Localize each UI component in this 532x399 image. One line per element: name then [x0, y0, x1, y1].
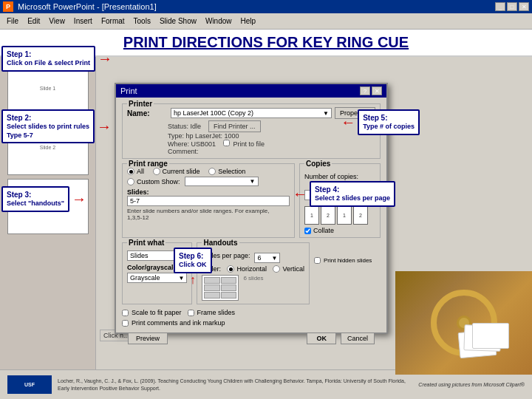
- color-value: Grayscale: [130, 274, 160, 282]
- step1-desc: Click on File & select Print: [7, 59, 90, 68]
- menu-bar: File Edit View Insert Format Tools Slide…: [0, 13, 532, 30]
- step4-label: Step 4:: [315, 185, 390, 194]
- page-icon-4: 2: [353, 206, 368, 225]
- menu-slideshow[interactable]: Slide Show: [156, 16, 200, 26]
- collate-label: Collate: [313, 227, 334, 234]
- slides-label-text: Slides:: [127, 188, 149, 196]
- menu-help[interactable]: Help: [237, 16, 260, 26]
- page-icon-1: 1: [304, 206, 319, 225]
- comments-item: Print comments and ink markup: [122, 319, 225, 327]
- handouts-label: Handouts: [202, 239, 239, 247]
- card-stack: [459, 331, 517, 360]
- cancel-btn[interactable]: Cancel: [341, 332, 375, 344]
- frame-checkbox[interactable]: [188, 310, 194, 316]
- selection-radio[interactable]: [208, 168, 216, 175]
- current-slide-label: Current slide: [163, 168, 200, 175]
- menu-view[interactable]: View: [45, 16, 69, 26]
- step6-arrow: ↑: [190, 273, 196, 287]
- step4-desc: Select 2 slides per page: [315, 194, 390, 203]
- handout-cell: [221, 277, 237, 284]
- hidden-slides-item: Print hidden slides: [314, 257, 381, 264]
- step5-desc: Type # of copies: [363, 123, 415, 132]
- step2-arrow: →: [97, 118, 112, 135]
- footer-citation: Locher, R., Vaughn, C. J., & Fox, L. (20…: [58, 378, 418, 391]
- title-bar: P Microsoft PowerPoint - [Presentation1]…: [0, 0, 532, 13]
- horizontal-radio[interactable]: [227, 265, 234, 273]
- where-label: Where:: [168, 140, 189, 148]
- maximize-btn[interactable]: □: [507, 2, 517, 11]
- step4-box: Step 4: Select 2 slides per page: [310, 181, 395, 207]
- frame-item: Frame slides: [188, 309, 236, 316]
- step3-arrow: →: [72, 191, 86, 208]
- comments-checkbox[interactable]: [122, 320, 129, 327]
- step1-arrow: →: [98, 50, 112, 67]
- ppt-icon: P: [3, 1, 13, 12]
- frame-label: Frame slides: [197, 309, 236, 316]
- scale-item: Scale to fit paper: [122, 309, 182, 316]
- step5-box: Step 5: Type # of copies: [358, 109, 420, 135]
- all-label: All: [137, 168, 144, 175]
- slides-per-page-value: 6: [257, 254, 261, 262]
- custom-show-radio[interactable]: [127, 178, 134, 185]
- printer-where-row: Where: USB001 Print to file: [168, 140, 375, 148]
- print-what-label: Print what: [127, 239, 166, 247]
- key-ring-photo: [395, 271, 532, 375]
- scale-checkbox[interactable]: [122, 310, 129, 316]
- slides-per-page-select[interactable]: 6 ▼: [254, 253, 280, 263]
- content-area: Slide 1 Slide 2 Slide 3 Print ? ✕: [0, 57, 532, 375]
- type-value: hp LaserJet: 1000: [186, 132, 239, 140]
- handout-cell: [221, 292, 237, 299]
- menu-file[interactable]: File: [3, 16, 22, 26]
- ok-btn[interactable]: OK: [307, 332, 336, 344]
- menu-format[interactable]: Format: [98, 16, 129, 26]
- page-icon-2: 2: [321, 206, 335, 225]
- find-printer-btn[interactable]: Find Printer ...: [208, 120, 261, 132]
- scale-label: Scale to fit paper: [132, 309, 182, 316]
- title-controls[interactable]: _ □ ✕: [495, 2, 529, 11]
- slides-label: Slides:: [127, 188, 290, 196]
- all-radio[interactable]: [127, 168, 134, 175]
- comment-label: Comment:: [168, 148, 199, 155]
- printer-name-value: hp LaserJet 100C (Copy 2): [174, 109, 253, 117]
- preview-btn[interactable]: Preview: [128, 332, 168, 344]
- step5-arrow: ←: [341, 114, 355, 131]
- step6-box: Step 6: Click OK: [174, 248, 212, 273]
- page-icon-3: 1: [337, 206, 352, 225]
- menu-insert[interactable]: Insert: [70, 16, 96, 26]
- order-row: Order: Horizontal Vertical: [202, 265, 304, 273]
- hidden-slides-checkbox[interactable]: [314, 257, 321, 264]
- step2-desc: Select slides to print rules Type 5-7: [7, 123, 89, 140]
- ppt-window: P Microsoft PowerPoint - [Presentation1]…: [0, 0, 532, 399]
- dialog-body: Printer Name: hp LaserJet 100C (Copy 2) …: [116, 98, 386, 353]
- step3-label: Step 3:: [7, 190, 64, 200]
- handouts-section: Handouts Slides per page: 6 ▼ Order:: [197, 242, 310, 304]
- status-label: Status:: [168, 123, 188, 130]
- step5-label: Step 5:: [363, 113, 415, 123]
- menu-window[interactable]: Window: [202, 16, 236, 26]
- custom-show-select[interactable]: ▼: [185, 177, 259, 186]
- step3-desc: Select "handouts": [7, 200, 64, 208]
- step1-box: Step 1: Click on File & select Print: [1, 46, 95, 72]
- dialog-help-btn[interactable]: ?: [360, 86, 370, 95]
- dialog-close-btn[interactable]: ✕: [372, 86, 382, 95]
- minimize-btn[interactable]: _: [495, 2, 505, 11]
- step3-container: Step 3: Select "handouts" →: [1, 186, 86, 212]
- card-3: [472, 323, 509, 349]
- footer-copyright: Created using pictures from Microsoft Cl…: [418, 382, 525, 387]
- slides-range-input[interactable]: [127, 196, 290, 206]
- slide-panel: Slide 1 Slide 2 Slide 3: [0, 57, 96, 375]
- menu-edit[interactable]: Edit: [24, 16, 44, 26]
- print-what-row: Print what Slides ▼ Color/grayscale: Gra…: [122, 242, 381, 304]
- dialog-title-bar: Print ? ✕: [116, 84, 386, 98]
- menu-tools[interactable]: Tools: [130, 16, 154, 26]
- handout-note: 6 slides: [243, 275, 263, 301]
- collate-preview: 1 2 1 2: [304, 206, 375, 225]
- current-slide-radio[interactable]: [153, 168, 160, 175]
- print-to-file-checkbox[interactable]: [223, 140, 230, 146]
- printer-select[interactable]: hp LaserJet 100C (Copy 2) ▼: [171, 108, 332, 118]
- slides-range-hint: Enter slide numbers and/or slide ranges.…: [127, 208, 290, 221]
- close-btn[interactable]: ✕: [519, 2, 529, 11]
- vertical-radio[interactable]: [273, 265, 280, 273]
- printer-comment-row: Comment:: [168, 148, 375, 155]
- collate-checkbox[interactable]: [304, 228, 311, 234]
